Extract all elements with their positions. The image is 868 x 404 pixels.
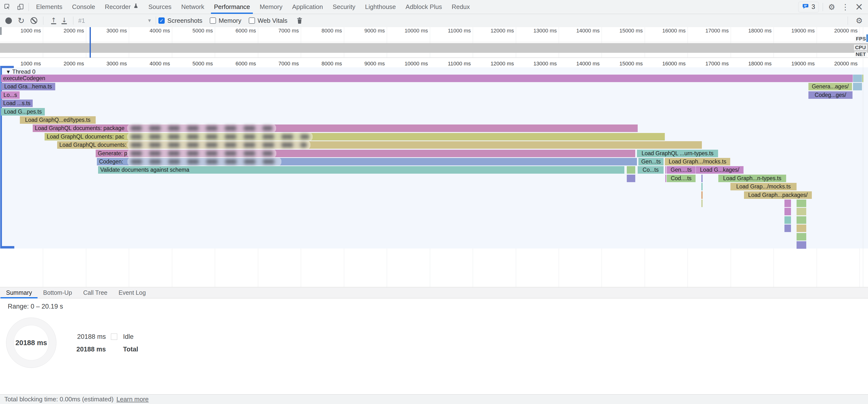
flame-bar[interactable]: executeCodegen <box>1 74 853 82</box>
ruler-tick: 3000 ms <box>81 28 127 34</box>
ruler-tick: 10000 ms <box>382 61 428 67</box>
flame-bar[interactable]: Load ...s.ts <box>1 99 33 107</box>
flame-bar[interactable]: Codegen: <box>97 158 637 165</box>
ruler-tick: 14000 ms <box>554 61 600 67</box>
flame-bar[interactable]: Generate: p <box>96 150 635 157</box>
trash-icon[interactable] <box>296 17 303 24</box>
flame-bar[interactable] <box>797 199 806 207</box>
flame-bar[interactable]: Validate documents against schema <box>98 166 624 174</box>
disclosure-triangle-icon[interactable]: ▼ <box>7 69 10 74</box>
tab-elements[interactable]: Elements <box>31 0 67 14</box>
timeline-overview[interactable]: 1000 ms2000 ms3000 ms4000 ms5000 ms6000 … <box>0 27 868 58</box>
tab-recorder[interactable]: Recorder <box>100 0 144 14</box>
flame-bar[interactable] <box>702 175 703 182</box>
tab-application[interactable]: Application <box>287 0 328 14</box>
flame-bar[interactable] <box>797 216 806 224</box>
flame-bar[interactable] <box>797 224 806 232</box>
flame-bar[interactable] <box>627 166 635 174</box>
device-toolbar-icon[interactable] <box>15 1 26 12</box>
more-options-icon[interactable]: ⋮ <box>841 3 849 11</box>
redacted-text-overlay <box>127 141 310 150</box>
history-dropdown[interactable]: #1 ▼ <box>76 16 153 25</box>
overview-left-handle[interactable] <box>0 27 2 35</box>
flame-bar[interactable]: Load G...pes.ts <box>1 108 45 116</box>
flame-bar-label: Load GraphQL ...urn-types.ts <box>637 150 718 157</box>
console-messages-badge[interactable]: 3 <box>798 2 819 12</box>
flame-bar[interactable] <box>784 208 791 215</box>
checkbox-box[interactable] <box>249 18 255 24</box>
reload-and-record-icon[interactable]: ↻ <box>18 17 25 25</box>
clear-recording-icon[interactable] <box>31 17 37 24</box>
ruler-tick: 9000 ms <box>339 28 385 34</box>
flame-bar[interactable]: Load GraphQL documents: package <box>33 124 638 132</box>
ruler-tick: 18000 ms <box>725 28 772 34</box>
close-devtools-icon[interactable]: × <box>855 2 863 11</box>
tab-performance[interactable]: Performance <box>209 0 255 14</box>
flame-bar[interactable] <box>702 199 703 207</box>
flame-bar[interactable]: Load G...kages/ <box>696 166 744 174</box>
tab-lighthouse[interactable]: Lighthouse <box>360 0 401 14</box>
tab-bottom-up[interactable]: Bottom-Up <box>37 287 78 298</box>
tab-console[interactable]: Console <box>67 0 100 14</box>
record-button[interactable] <box>5 18 12 24</box>
checkbox-web-vitals[interactable]: Web Vitals <box>249 17 287 25</box>
flame-bar[interactable]: Co...ts <box>638 166 663 174</box>
flame-bar[interactable]: Codeg...ges/ <box>808 91 852 99</box>
flame-bar[interactable]: Load GraphQL documents: pac <box>44 133 665 141</box>
learn-more-link[interactable]: Learn more <box>117 396 149 403</box>
inspect-element-icon[interactable] <box>2 1 13 12</box>
flame-bar[interactable]: Load Graph...packages/ <box>744 191 812 199</box>
flame-bar[interactable] <box>862 74 863 82</box>
settings-gear-icon[interactable]: ⚙ <box>828 3 835 11</box>
flame-bar[interactable]: Load Graph.../mocks.ts <box>665 158 730 165</box>
flame-bar[interactable]: Load Gra...hema.ts <box>1 83 55 90</box>
flame-bar[interactable]: Lo...s <box>1 91 20 99</box>
tab-memory[interactable]: Memory <box>255 0 287 14</box>
flame-bar[interactable] <box>853 83 862 90</box>
tab-summary[interactable]: Summary <box>0 287 37 298</box>
tab-sources[interactable]: Sources <box>144 0 176 14</box>
thread-header[interactable]: ▼ Thread 0 <box>7 68 35 75</box>
flame-bar[interactable]: Load GraphQL documents: <box>57 141 702 149</box>
flame-bar[interactable]: Load Graph...n-types.ts <box>718 175 786 182</box>
flame-bar[interactable] <box>784 216 791 224</box>
flame-bar[interactable] <box>784 199 791 207</box>
tab-call-tree[interactable]: Call Tree <box>78 287 113 298</box>
ruler-tick: 19000 ms <box>769 28 815 34</box>
flame-bar[interactable]: Load GraphQL ...urn-types.ts <box>637 150 718 157</box>
flame-bar[interactable] <box>853 74 862 82</box>
save-profile-icon[interactable]: ↓ <box>62 17 67 24</box>
tab-adblock-plus[interactable]: Adblock Plus <box>401 0 447 14</box>
flame-bar[interactable]: Gen....ts <box>667 166 695 174</box>
tab-security[interactable]: Security <box>328 0 360 14</box>
flame-bar[interactable] <box>702 191 703 199</box>
flame-bar[interactable]: Cod....ts <box>667 175 695 182</box>
fps-lane-label: FPS <box>855 36 867 42</box>
checkbox-box[interactable] <box>210 18 216 24</box>
flame-bar[interactable]: Genera...ages/ <box>808 83 852 90</box>
checkbox-screenshots[interactable]: ✓Screenshots <box>158 17 203 25</box>
flame-bar[interactable] <box>797 208 806 215</box>
pane-right-edge <box>863 27 863 287</box>
flame-bar[interactable]: Load Grap.../mocks.ts <box>731 183 797 190</box>
flame-bar[interactable] <box>665 175 666 182</box>
tab-event-log[interactable]: Event Log <box>113 287 152 298</box>
flame-bar[interactable] <box>784 224 791 232</box>
thread-selection-bracket-top <box>0 66 14 68</box>
load-profile-icon[interactable]: ↑ <box>51 17 56 24</box>
flame-bar[interactable] <box>702 183 703 190</box>
flame-bar[interactable] <box>797 233 806 241</box>
checkbox-box[interactable]: ✓ <box>158 18 165 24</box>
flame-bar[interactable] <box>665 166 666 174</box>
flame-bar[interactable]: Load GraphQ...ed/types.ts <box>20 116 96 124</box>
flame-bar[interactable] <box>797 241 806 249</box>
overview-playhead[interactable] <box>90 27 91 58</box>
flame-bar[interactable]: Gen...ts <box>639 158 663 165</box>
tab-network[interactable]: Network <box>176 0 209 14</box>
flask-icon <box>133 3 139 11</box>
capture-settings-gear-icon[interactable]: ⚙ <box>856 17 863 25</box>
flame-bar[interactable] <box>627 175 635 182</box>
tab-redux[interactable]: Redux <box>447 0 475 14</box>
details-tabs: SummaryBottom-UpCall TreeEvent Log <box>0 287 151 298</box>
checkbox-memory[interactable]: Memory <box>210 17 242 25</box>
